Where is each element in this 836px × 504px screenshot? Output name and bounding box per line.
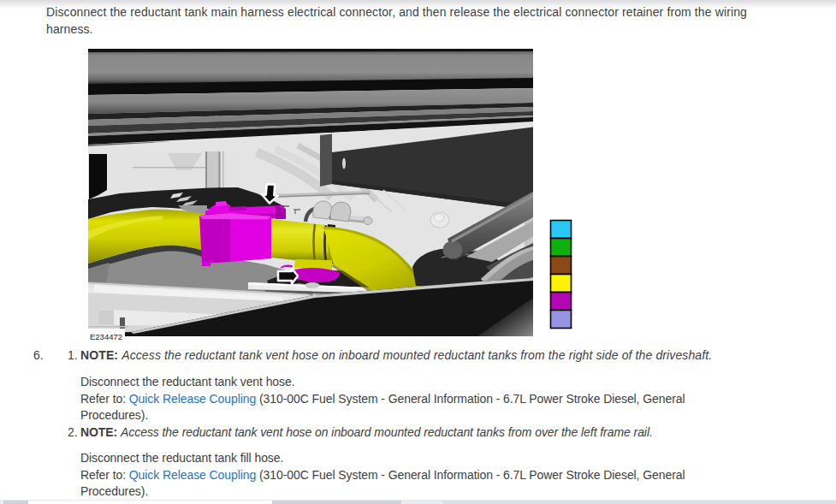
svg-text:E234472: E234472 xyxy=(90,332,122,341)
